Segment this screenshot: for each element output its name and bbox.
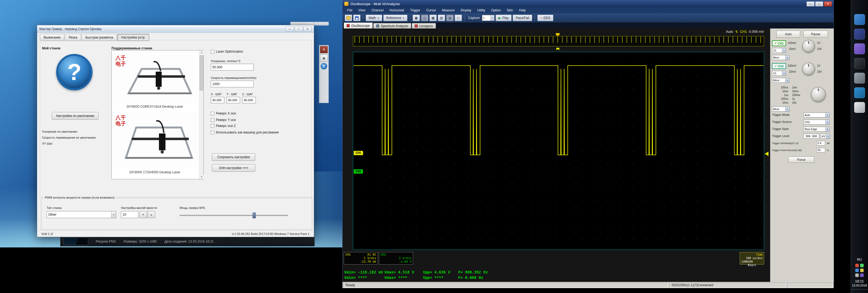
view-single-button[interactable]: ▣: [412, 14, 420, 21]
y-step-input[interactable]: 80.000: [226, 97, 240, 104]
clock-date[interactable]: 13.03.2018: [851, 284, 868, 287]
tray-icon-5[interactable]: [855, 273, 859, 277]
ch1-enable-checkbox[interactable]: ✓CH1: [772, 40, 786, 46]
taskbar-app-icon-4[interactable]: [854, 58, 865, 69]
machine-image-2[interactable]: 八千 电子: [113, 112, 198, 169]
trigger-style-select[interactable]: Rise Edge▼: [803, 127, 830, 131]
trigger-source-select[interactable]: CH1▼: [803, 120, 830, 124]
view-grid-button[interactable]: ▦: [429, 14, 437, 21]
minimize-button[interactable]: —: [806, 1, 814, 6]
save-settings-button[interactable]: Сохранить настройки: [212, 153, 255, 161]
speed-input[interactable]: 1000: [211, 81, 254, 87]
play-button[interactable]: ▶Play: [496, 14, 512, 21]
machine-name-2[interactable]: DIY8000 1720/4050 Desktop Laser: [112, 170, 198, 174]
taskbar-app-icon-3[interactable]: [854, 43, 865, 54]
oscilloscope-titlebar[interactable]: Oscilloscope - Multi VirAnalyzer — □ ✕: [343, 0, 834, 7]
brightness-up-button[interactable]: ▲: [148, 211, 155, 218]
dds-button[interactable]: ~DDS: [537, 14, 553, 21]
default-settings-button[interactable]: Настройки по умолчанию: [52, 112, 98, 120]
chevron-down-icon[interactable]: ▼: [111, 211, 116, 218]
laser-power-slider[interactable]: [180, 215, 288, 216]
close-button[interactable]: ✕: [304, 27, 312, 31]
trigger-front-input[interactable]: 50: [816, 148, 825, 152]
reverse-z-checkbox[interactable]: Реверс оси Z: [211, 124, 236, 128]
scroll-down-icon[interactable]: ▼: [199, 175, 204, 179]
tray-icon-6[interactable]: [860, 273, 864, 277]
trigger-time-marker[interactable]: [556, 48, 559, 50]
ch2-probe-select[interactable]: X1▼: [772, 71, 786, 76]
panel-nav-button[interactable]: ▣: [320, 55, 328, 62]
ch2-volts-knob[interactable]: [802, 63, 815, 75]
ch1-ground-marker[interactable]: CH1: [354, 151, 363, 155]
grbl-settings-button[interactable]: Grbl настройки >>>: [212, 164, 255, 172]
show-desktop-button[interactable]: [851, 289, 868, 293]
trigger-level-display[interactable]: 000 000: [803, 134, 819, 139]
math-button[interactable]: Math▼: [366, 14, 382, 21]
reference-button[interactable]: Reference▼: [383, 14, 407, 21]
open-file-button[interactable]: [345, 14, 352, 21]
capture-count-select[interactable]: 1▼: [482, 15, 495, 21]
x-step-input[interactable]: 80.000: [211, 97, 224, 104]
menu-trigger[interactable]: Trigger: [407, 8, 424, 12]
maximize-button[interactable]: □: [294, 27, 303, 31]
engraver-titlebar[interactable]: Мастер Гравер , перевод Сергея Орлова. —…: [37, 25, 314, 33]
ch2-more-select[interactable]: More▼: [772, 78, 789, 83]
ch1-volts-knob[interactable]: [802, 40, 815, 52]
ch2-enable-checkbox[interactable]: ✓CH2: [772, 63, 786, 69]
ch1-probe-select[interactable]: X1▼: [772, 48, 786, 53]
maximize-button[interactable]: □: [815, 1, 823, 6]
menu-display[interactable]: Display: [458, 8, 474, 12]
menu-channel[interactable]: Channel: [368, 8, 386, 12]
brightness-input[interactable]: 10: [121, 211, 138, 218]
trigger-sensitivity-input[interactable]: 0.4: [816, 141, 825, 145]
timebase-more-select[interactable]: More▼: [772, 107, 789, 112]
taskbar-app-icon-5[interactable]: [854, 73, 865, 84]
menu-horizontal[interactable]: Horizontal: [386, 8, 407, 12]
parent-minimize-button[interactable]: —: [314, 23, 318, 25]
tab-spectrum-analyzer[interactable]: Spectrum Analyzer: [373, 23, 411, 28]
slider-thumb[interactable]: [252, 212, 256, 218]
menu-measure[interactable]: Measure: [439, 8, 458, 12]
accel-input[interactable]: 50.000: [211, 64, 254, 70]
tray-icon-3[interactable]: [855, 269, 859, 272]
taskbar-app-icon-2[interactable]: [854, 29, 865, 39]
ch2-ground-marker[interactable]: CH2: [354, 169, 363, 174]
trigger-level-arrow[interactable]: [763, 152, 769, 156]
sample-buffer-preview[interactable]: [353, 36, 764, 47]
trigger-position-marker[interactable]: [556, 33, 560, 36]
scroll-up-icon[interactable]: ▲: [199, 51, 204, 55]
machine-image-1[interactable]: 八千 电子: [113, 52, 198, 104]
file-thumbnail[interactable]: [63, 238, 88, 245]
waveform-display[interactable]: CH1 CH2: [353, 52, 764, 250]
menu-utility[interactable]: Utility: [474, 8, 488, 12]
view-full-button[interactable]: □: [455, 14, 462, 21]
parent-maximize-button[interactable]: □: [318, 23, 323, 25]
z-step-input[interactable]: 80.000: [242, 97, 256, 104]
minimize-button[interactable]: —: [286, 27, 294, 31]
menu-help[interactable]: Help: [516, 8, 529, 12]
taskbar-app-icon-6[interactable]: [854, 87, 865, 98]
tab-oscilloscope[interactable]: Oscilloscope: [344, 23, 373, 28]
panel-help-button[interactable]: ?: [321, 63, 327, 69]
view-split-button[interactable]: ◫: [421, 14, 428, 21]
menu-option[interactable]: Option: [488, 8, 504, 12]
save-button[interactable]: [353, 14, 361, 21]
brightness-down-button[interactable]: ▼: [140, 211, 147, 218]
menu-cursor[interactable]: Cursor: [423, 8, 439, 12]
clock-time[interactable]: 18:21: [851, 279, 868, 283]
machine-name-1[interactable]: DIY8000 COREXY1818 Desktop Laser: [112, 105, 198, 109]
reverse-y-checkbox[interactable]: Реверс Y оси: [211, 118, 236, 122]
auto-button[interactable]: Auto: [776, 31, 800, 38]
checkbox-box[interactable]: [211, 50, 214, 54]
scrollbar-thumb[interactable]: [199, 55, 203, 91]
machines-listbox[interactable]: 八千 电子 DIY8000 COREXY1818 Desktop Laser 八…: [112, 50, 204, 179]
parent-close-button[interactable]: ✕: [323, 23, 328, 25]
laser-optimization-checkbox[interactable]: Laser Optimization: [211, 50, 243, 54]
taskbar-app-icon-1[interactable]: [854, 14, 865, 25]
passfail-button[interactable]: Pass/Fail: [513, 14, 532, 21]
drawing-machine-checkbox[interactable]: Использовать как машину для рисования: [211, 130, 279, 134]
menu-view[interactable]: View: [355, 8, 368, 12]
language-indicator[interactable]: RU: [851, 258, 868, 262]
close-button[interactable]: ✕: [824, 1, 832, 6]
taskbar-app-icon-7[interactable]: [854, 102, 865, 113]
